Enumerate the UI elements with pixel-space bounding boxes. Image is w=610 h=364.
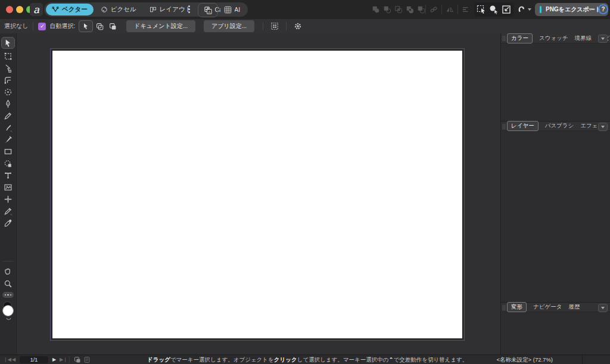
export-button[interactable]: PNGをエクスポート [535,3,608,16]
pixel-persona-icon [101,6,108,13]
pages-icon: A [204,6,213,15]
app-settings-button[interactable]: アプリ設定... [204,20,254,32]
view-tool[interactable] [0,265,16,276]
tab-stroke[interactable]: 境界線 [575,35,592,42]
export-dropdown-caret[interactable] [589,8,592,11]
cursor-icon [82,23,89,30]
svg-text:A: A [208,10,210,13]
auto-select-checkbox[interactable]: ✓ [38,23,46,30]
auto-select-label: 自動選択: [49,22,75,30]
pen-tool[interactable] [0,98,16,110]
boolean-subtract-icon[interactable] [383,5,391,14]
insert-on-top-icon[interactable] [489,5,499,14]
contour-tool[interactable] [0,74,16,86]
boolean-add-icon[interactable] [372,5,380,14]
swap-colors-icon[interactable] [6,318,11,321]
gear-icon [294,22,302,30]
top-toolbar: a ベクター ピクセル レイアウト Canva AI A [0,0,610,19]
point-transform-tool[interactable] [0,193,16,205]
tab-swatches[interactable]: スウォッチ [539,35,568,42]
layout-persona-icon [150,6,157,13]
select-group-mode-button[interactable] [106,21,119,32]
tab-pixel-label: ピクセル [111,5,136,14]
fill-color-swatch[interactable] [2,305,14,316]
tab-layout-label: レイアウト [160,5,192,14]
add-page-icon[interactable] [74,356,81,363]
tool-settings-button[interactable] [291,21,304,32]
rotate-tool[interactable] [0,86,16,98]
status-hint: ドラッグでマーキー選択します。オブジェクトをクリックして選択します。マーキー選択… [147,356,468,364]
export-button-label: PNGをエクスポート [546,5,601,14]
tab-vector-label: ベクター [62,5,88,14]
layers-panel-menu-button[interactable] [598,123,608,131]
place-image-tool[interactable] [0,181,16,193]
selection-status: 選択なし [4,22,28,30]
node-tool[interactable] [0,62,16,74]
document-settings-button[interactable]: ドキュメント設定... [126,20,195,32]
snapping-icon[interactable] [517,5,526,14]
select-cursor-mode-button[interactable] [79,20,93,32]
copy-icon [109,23,117,30]
color-picker-tool[interactable] [0,217,16,229]
first-page-button[interactable]: ❘◀ [4,357,11,362]
vector-persona-icon [52,6,59,13]
previous-page-button[interactable]: ◀ [12,357,15,362]
help-button[interactable]: ? [598,4,608,14]
more-tools-button[interactable] [2,292,14,298]
move-tool[interactable] [1,37,15,49]
next-page-button[interactable]: ▶ [52,357,56,362]
boolean-xor-icon[interactable] [406,5,414,14]
style-picker-tool[interactable] [0,205,16,217]
fill-stroke-well[interactable] [1,301,15,322]
frame-text-tool[interactable] [0,169,16,181]
link-icon[interactable] [430,5,438,14]
export-accent-bar [540,6,541,13]
select-layer-mode-button[interactable] [93,21,106,32]
studio-layout-button[interactable] [220,3,235,16]
insert-inside-icon[interactable] [502,5,511,14]
rectangle-tool[interactable] [0,145,16,157]
boolean-divide-icon[interactable] [417,5,425,14]
vector-brush-tool[interactable] [0,122,16,133]
page-indicator[interactable]: 1/1 [20,356,48,363]
persona-overflow-menu[interactable] [188,5,190,13]
tab-history[interactable]: 履歴 [568,303,580,311]
insert-target-group [474,2,513,17]
color-panel-menu-button[interactable] [598,35,608,43]
tab-vector-persona[interactable]: ベクター [46,4,94,15]
tab-transform[interactable]: 変形 [507,302,527,312]
insert-behind-icon[interactable] [477,5,486,14]
tab-pixel-persona[interactable]: ピクセル [95,4,142,15]
flip-horizontal-icon[interactable] [446,5,454,14]
artboard-tool[interactable] [0,50,16,62]
transform-panel-tabs: 変形 ナビゲータ 履歴 [501,302,610,312]
shape-tool[interactable] [0,157,16,169]
tab-color[interactable]: カラー [507,33,533,43]
studio-panel: カラー スウォッチ 境界線 アピアランス H: 0 S: 0 L: 90 #: … [500,33,610,354]
last-page-button[interactable]: ▶❘ [60,357,67,362]
transform-panel-menu-button[interactable] [598,304,608,312]
tab-navigator[interactable]: ナビゲータ [533,303,562,311]
alignment-icon[interactable] [462,6,470,13]
snapping-dropdown-caret[interactable] [528,8,531,11]
stacked-layers-icon [96,23,104,30]
window-close-button[interactable] [6,6,13,13]
tools-sidebar [0,33,17,354]
color-panel-tabs: カラー スウォッチ 境界線 アピアランス [501,33,610,43]
page-list-icon[interactable] [83,356,91,363]
artboard-page[interactable] [52,51,462,338]
grid-icon [224,6,232,14]
tab-path-brushes[interactable]: パスブラシ [545,122,574,130]
paint-brush-tool[interactable] [0,133,16,145]
artboard-pages-button[interactable]: A [198,3,218,17]
canvas-viewport[interactable] [17,33,500,354]
tab-layers[interactable]: レイヤー [507,121,539,131]
pencil-tool[interactable] [0,110,16,122]
status-bar: ❘◀ ◀ 1/1 ▶ ▶❘ ドラッグでマーキー選択します。オブジェクトをクリック… [0,354,610,364]
boolean-intersect-icon[interactable] [394,5,403,14]
marquee-grid-icon [270,22,279,30]
context-toolbar: 選択なし ✓ 自動選択: ドキュメント設定... アプリ設定... [0,19,610,33]
document-title-zoom[interactable]: <名称未設定> (72.7%) [497,356,553,364]
zoom-tool[interactable] [0,278,16,290]
marquee-settings-button[interactable] [268,21,281,32]
